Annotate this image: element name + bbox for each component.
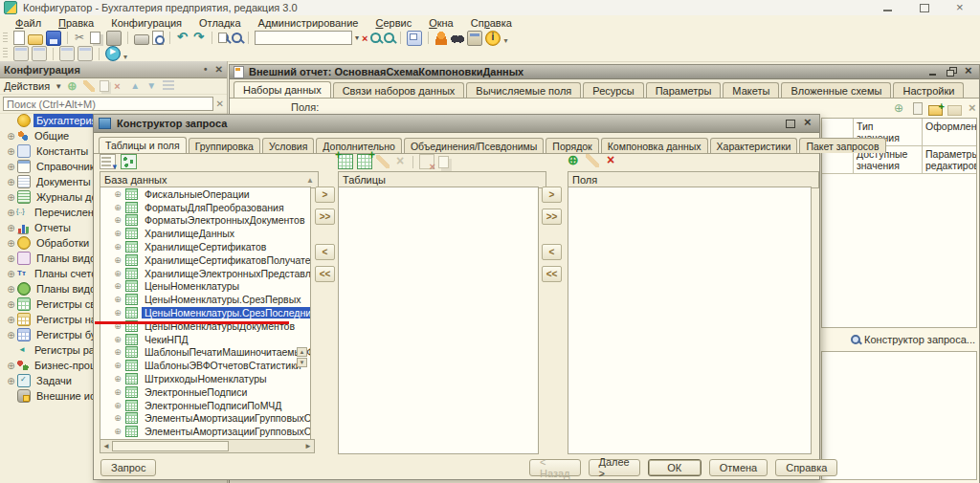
menu-1[interactable]: Файл	[8, 17, 49, 29]
preview-icon[interactable]	[152, 31, 164, 45]
report-tab-4[interactable]: Ресурсы	[583, 82, 643, 98]
sort-ascending-icon[interactable]: ▲	[306, 176, 314, 185]
expand-icon[interactable]: ⊕	[113, 215, 122, 225]
cancel-button[interactable]: Отмена	[709, 459, 768, 476]
report-tab-3[interactable]: Вычисляемые поля	[466, 82, 581, 98]
query-text-box[interactable]	[821, 351, 977, 480]
add-field-expression-icon[interactable]	[568, 154, 581, 167]
minimize-button[interactable]	[882, 3, 894, 13]
template-icon[interactable]	[59, 46, 75, 61]
scroll-down-icon[interactable]: ▼	[297, 358, 307, 367]
expand-icon[interactable]: ⊕	[113, 255, 122, 265]
edit-table-icon[interactable]	[376, 155, 390, 168]
expand-icon[interactable]: ⊕	[113, 281, 122, 291]
toolbar-grip[interactable]	[3, 48, 8, 59]
dialog-tab-6[interactable]: Порядок	[546, 138, 598, 153]
copy-icon[interactable]	[90, 32, 100, 44]
dialog-close-icon[interactable]	[803, 119, 814, 129]
actions-menu[interactable]: Действия	[4, 80, 50, 92]
expand-icon[interactable]: ⊕	[113, 295, 122, 304]
expand-icon[interactable]: ⊕	[6, 192, 16, 203]
db-table-row-1[interactable]: ⊕ФискальныеОперации	[100, 187, 310, 201]
toolbar-grip[interactable]	[3, 33, 8, 44]
db-table-row-8[interactable]: ⊕ЦеныНоменклатуры	[100, 280, 310, 294]
expand-icon[interactable]: ⊕	[6, 315, 16, 325]
form-icon[interactable]	[13, 46, 29, 61]
dialog-tab-5[interactable]: Объединения/Псевдонимы	[404, 138, 544, 153]
db-table-row-5[interactable]: ⊕ХранилищеСертификатов	[100, 240, 310, 253]
remove-table-icon[interactable]	[393, 155, 407, 168]
transfer-remove-button[interactable]: <	[542, 244, 562, 260]
move-folder-icon[interactable]	[947, 105, 962, 116]
search-input[interactable]	[255, 31, 352, 45]
add-folder-icon[interactable]	[928, 105, 943, 116]
search-clear-icon[interactable]: ×	[362, 33, 368, 44]
db-table-row-6[interactable]: ⊕ХранилищеСертификатовПолучателей	[100, 253, 310, 267]
expand-icon[interactable]: ⊕	[6, 376, 16, 386]
add-nested-query-icon[interactable]	[357, 154, 372, 169]
edit-field-icon[interactable]	[586, 154, 599, 167]
ok-button[interactable]: ОК	[648, 459, 702, 476]
report-tab-5[interactable]: Параметры	[646, 82, 722, 98]
expand-icon[interactable]: ⊕	[113, 229, 122, 238]
expand-icon[interactable]: ⊕	[6, 284, 16, 295]
fields-col-appearance[interactable]: Оформление	[922, 119, 976, 145]
debug-icon[interactable]	[451, 32, 464, 45]
database-list-hscrollbar[interactable]: ◄ ►	[100, 439, 315, 453]
menu-5[interactable]: Администрирование	[251, 17, 367, 29]
scroll-up-icon[interactable]: ▲	[297, 347, 307, 357]
dialog-tab-4[interactable]: Дополнительно	[316, 138, 402, 153]
transfer-remove-all-button[interactable]: <<	[315, 266, 335, 282]
transfer-remove-all-button[interactable]: <<	[542, 266, 562, 282]
info-icon[interactable]	[485, 31, 501, 46]
db-table-row-9[interactable]: ⊕ЦеныНоменклатуры.СрезПервых	[100, 293, 310, 306]
report-tab-2[interactable]: Связи наборов данных	[333, 82, 465, 98]
configurator-icon[interactable]	[434, 32, 448, 45]
transfer-remove-button[interactable]: <	[315, 244, 335, 260]
selected-tables-list[interactable]	[338, 187, 539, 454]
menu-4[interactable]: Отладка	[191, 17, 248, 29]
expand-icon[interactable]: ⊕	[113, 242, 122, 252]
find-icon[interactable]	[218, 33, 229, 43]
search-dropdown-icon[interactable]: ▾	[355, 33, 359, 42]
expand-icon[interactable]: ⊕	[6, 146, 16, 157]
add-virtual-table-icon[interactable]	[338, 154, 353, 169]
mdi-restore-icon[interactable]	[947, 67, 957, 77]
scroll-right-icon[interactable]: ►	[304, 442, 312, 450]
delete-field-icon[interactable]	[967, 102, 979, 115]
expand-icon[interactable]: ⊕	[113, 308, 122, 318]
dialog-tab-9[interactable]: Пакет запросов	[799, 138, 885, 153]
move-up-icon[interactable]: ▲	[130, 80, 142, 92]
expand-icon[interactable]: ⊕	[113, 189, 122, 199]
add-icon[interactable]: ⊕	[67, 80, 78, 92]
report-tab-6[interactable]: Макеты	[723, 82, 779, 98]
expand-icon[interactable]: ⊕	[113, 361, 122, 370]
refresh-tree-icon[interactable]	[121, 154, 137, 169]
db-table-row-17[interactable]: ⊕ЭлектронныеПодписиПоМЧД	[100, 399, 310, 412]
transfer-add-button[interactable]: >	[542, 187, 562, 203]
db-table-row-7[interactable]: ⊕ХранилищеЭлектронныхПредставленийРег	[100, 267, 310, 280]
db-table-row-2[interactable]: ⊕ФорматыДляПреобразования	[100, 201, 310, 214]
edit-icon[interactable]	[83, 80, 95, 92]
expand-icon[interactable]: ⊕	[6, 361, 16, 371]
expand-icon[interactable]: ⊕	[113, 335, 122, 344]
db-table-row-18[interactable]: ⊕ЭлементыАмортизацииГрупповыхОСБухгал	[100, 412, 310, 426]
expand-icon[interactable]: ⊕	[6, 208, 16, 218]
menu-6[interactable]: Сервис	[368, 17, 419, 29]
toolbar-overflow-icon[interactable]: ▾	[503, 36, 507, 45]
expand-icon[interactable]: ⊕	[113, 347, 122, 357]
dialog-tab-3[interactable]: Условия	[262, 138, 314, 153]
expand-icon[interactable]: ⊕	[6, 223, 16, 233]
expand-icon[interactable]: ⊕	[6, 162, 16, 172]
find-next-icon[interactable]	[370, 33, 381, 43]
menu-7[interactable]: Окна	[421, 17, 461, 29]
add-field-icon[interactable]	[894, 102, 906, 115]
db-table-row-3[interactable]: ⊕ФорматыЭлектронныхДокументов	[100, 214, 310, 228]
expand-icon[interactable]: ⊕	[6, 330, 16, 340]
paste-icon[interactable]	[106, 31, 122, 46]
dialog-tab-1[interactable]: Таблицы и поля	[99, 137, 187, 153]
dialog-tab-2[interactable]: Группировка	[189, 138, 260, 153]
report-tab-7[interactable]: Вложенные схемы	[781, 82, 891, 98]
transfer-add-all-button[interactable]: >>	[315, 209, 335, 225]
db-table-row-19[interactable]: ⊕ЭлементыАмортизацииГрупповыхОСБухгал	[100, 425, 310, 438]
